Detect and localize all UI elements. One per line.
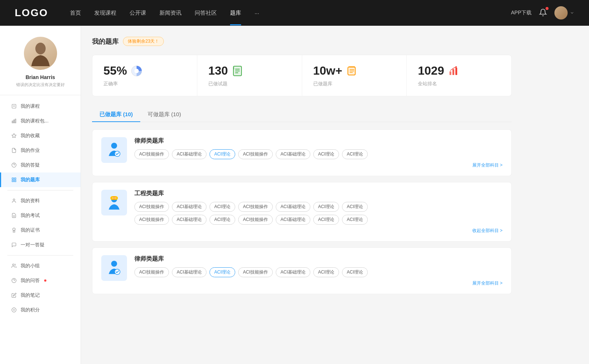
svg-point-14: [13, 199, 15, 201]
tag2-3[interactable]: ACI技能操作: [238, 202, 273, 212]
tag2r2-6[interactable]: ACI理论: [342, 215, 368, 225]
main-nav: 首页 发现课程 公开课 新闻资讯 问答社区 题库 ···: [70, 10, 511, 17]
qbank-tags-2-row2: ACI技能操作 ACI基础理论 ACI理论 ACI技能操作 ACI基础理论 AC…: [134, 215, 502, 225]
stat-value-rank: 1029: [418, 64, 444, 78]
paper-icon: [11, 213, 17, 218]
page-wrap: Brian Harris 错误的决定比没有决定要好 我的课程 我的课程包...: [0, 26, 589, 364]
svg-rect-11: [14, 178, 16, 179]
tag2r2-4[interactable]: ACI基础理论: [276, 215, 310, 225]
sidebar-menu: 我的课程 我的课程包... 我的收藏 我的作业: [0, 99, 81, 317]
svg-rect-5: [14, 120, 14, 123]
cert-icon: [11, 227, 17, 233]
nav-more[interactable]: ···: [254, 10, 259, 16]
tag2r2-5[interactable]: ACI理论: [313, 215, 339, 225]
chart-red-icon: [448, 65, 459, 77]
tag2-2[interactable]: ACI理论: [209, 202, 235, 212]
avatar-silhouette: [29, 40, 52, 66]
qbank-tags-3: ACI技能操作 ACI基础理论 ACI理论 ACI技能操作 ACI基础理论 AC…: [134, 267, 502, 277]
stat-value-done-b: 10w+: [313, 64, 342, 78]
expand-link-3[interactable]: 展开全部科目 >: [134, 280, 502, 286]
tag2-1[interactable]: ACI基础理论: [172, 202, 207, 212]
tag-5[interactable]: ACI理论: [313, 149, 339, 159]
tag-3[interactable]: ACI技能操作: [238, 149, 273, 159]
sidebar-item-my-profile[interactable]: 我的资料: [0, 193, 81, 208]
app-download-button[interactable]: APP下载: [511, 10, 532, 16]
tab-available-banks[interactable]: 可做题库 (10): [140, 107, 188, 122]
sidebar-item-one-on-one[interactable]: 一对一答疑: [0, 238, 81, 252]
qbank-icon-engineer: [101, 190, 127, 215]
stats-row: 55% 正确率 130: [92, 55, 512, 96]
tag-1[interactable]: ACI基础理论: [172, 149, 207, 159]
sidebar-item-my-answers[interactable]: 我的问答: [0, 273, 81, 288]
nav-home[interactable]: 首页: [70, 10, 81, 17]
sidebar-item-my-group[interactable]: 我的小组: [0, 258, 81, 273]
sidebar-item-my-points[interactable]: 我的积分: [0, 303, 81, 317]
stat-label-accuracy: 正确率: [103, 81, 186, 87]
avatar: [554, 6, 568, 19]
pie-chart-icon: [131, 65, 142, 77]
tag-2[interactable]: ACI理论: [209, 149, 235, 159]
svg-rect-10: [12, 178, 14, 179]
stat-top-done-q: 130: [208, 64, 291, 78]
nav-news[interactable]: 新闻资讯: [159, 10, 181, 17]
trial-badge: 体验剩余23天！: [123, 37, 164, 46]
note-icon: [11, 292, 17, 298]
sidebar-profile: Brian Harris 错误的决定比没有决定要好: [0, 37, 81, 95]
user-icon: [11, 198, 17, 204]
tag3-1[interactable]: ACI基础理论: [172, 267, 207, 277]
svg-point-41: [111, 143, 117, 149]
nav-qbank[interactable]: 题库: [230, 10, 241, 17]
chat-icon: [11, 242, 17, 248]
tag3-3[interactable]: ACI技能操作: [238, 267, 273, 277]
tag3-5[interactable]: ACI理论: [313, 267, 339, 277]
nav-qa[interactable]: 问答社区: [195, 10, 217, 17]
tag3-4[interactable]: ACI基础理论: [276, 267, 310, 277]
nav-discover[interactable]: 发现课程: [94, 10, 116, 17]
sidebar-item-my-favorites[interactable]: 我的收藏: [0, 128, 81, 143]
tag2r2-1[interactable]: ACI基础理论: [172, 215, 207, 225]
sidebar-item-my-notes[interactable]: 我的笔记: [0, 288, 81, 303]
tag3-6[interactable]: ACI理论: [342, 267, 368, 277]
tag2-6[interactable]: ACI理论: [342, 202, 368, 212]
tag2r2-2[interactable]: ACI理论: [209, 215, 235, 225]
svg-rect-6: [15, 119, 16, 123]
notification-bell[interactable]: [539, 8, 547, 18]
qbank-title-1: 律师类题库: [134, 137, 502, 145]
tag3-0[interactable]: ACI技能操作: [134, 267, 169, 277]
svg-point-25: [134, 69, 139, 73]
sidebar-item-my-questions[interactable]: 我的答疑: [0, 158, 81, 172]
tag2r2-0[interactable]: ACI技能操作: [134, 215, 169, 225]
stat-done-questions: 130 已做试题: [197, 55, 302, 96]
tag2-5[interactable]: ACI理论: [313, 202, 339, 212]
collapse-link-2[interactable]: 收起全部科目 >: [134, 228, 502, 234]
sidebar-item-my-course-pkg[interactable]: 我的课程包...: [0, 114, 81, 128]
expand-link-1[interactable]: 展开全部科目 >: [134, 162, 502, 168]
tag-6[interactable]: ACI理论: [342, 149, 368, 159]
tag-4[interactable]: ACI基础理论: [276, 149, 310, 159]
tag2r2-3[interactable]: ACI技能操作: [238, 215, 273, 225]
stat-label-done-b: 已做题库: [313, 81, 396, 87]
tag2-0[interactable]: ACI技能操作: [134, 202, 169, 212]
svg-point-40: [455, 66, 457, 68]
sidebar-item-my-homework[interactable]: 我的作业: [0, 143, 81, 158]
tabs-row: 已做题库 (10) 可做题库 (10): [92, 107, 512, 122]
tag2-4[interactable]: ACI基础理论: [276, 202, 310, 212]
sidebar-item-my-exam[interactable]: 我的考试: [0, 208, 81, 223]
nav-open-course[interactable]: 公开课: [130, 10, 146, 17]
sidebar-divider-2: [7, 255, 73, 256]
tag3-2[interactable]: ACI理论: [209, 267, 235, 277]
sidebar-item-my-cert[interactable]: 我的证书: [0, 223, 81, 238]
stat-accuracy: 55% 正确率: [92, 55, 197, 96]
stat-top-accuracy: 55%: [103, 64, 186, 78]
svg-marker-7: [12, 133, 16, 138]
main-content: 我的题库 体验剩余23天！ 55% 正确: [81, 26, 523, 364]
qbank-tags-1: ACI技能操作 ACI基础理论 ACI理论 ACI技能操作 ACI基础理论 AC…: [134, 149, 502, 159]
engineer-icon: [106, 195, 122, 211]
sidebar-item-my-qbank[interactable]: 我的题库: [0, 172, 81, 187]
tab-done-banks[interactable]: 已做题库 (10): [92, 107, 140, 122]
tag-0[interactable]: ACI技能操作: [134, 149, 169, 159]
user-avatar-wrap[interactable]: [554, 6, 574, 19]
page-title-row: 我的题库 体验剩余23天！: [92, 37, 512, 46]
sidebar-item-my-course[interactable]: 我的课程: [0, 99, 81, 114]
qbank-card-lawyer-1: 律师类题库 ACI技能操作 ACI基础理论 ACI理论 ACI技能操作 ACI基…: [92, 129, 512, 176]
